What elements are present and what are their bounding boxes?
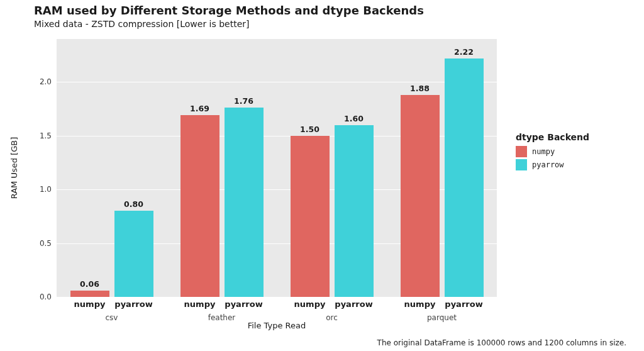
y-tick-label: 0.5: [1, 239, 52, 248]
x-tick-group: feather: [208, 313, 236, 322]
bar-feather-pyarrow: [225, 108, 264, 297]
grid-line: [57, 297, 497, 298]
x-tick-group: parquet: [427, 313, 457, 322]
x-tick-backend: numpy: [294, 299, 326, 309]
grid-line: [57, 82, 497, 82]
x-tick-backend: numpy: [74, 299, 106, 309]
legend-item-numpy: numpy: [516, 146, 629, 157]
bar-value-label: 2.22: [454, 47, 474, 57]
y-tick-label: 0.0: [1, 292, 52, 301]
plot-area: 0.06numpy0.80pyarrowcsv1.69numpy1.76pyar…: [57, 39, 497, 297]
bar-orc-pyarrow: [335, 125, 374, 297]
bar-orc-numpy: [291, 136, 330, 297]
chart-title: RAM used by Different Storage Methods an…: [34, 4, 424, 17]
legend-title: dtype Backend: [516, 132, 629, 142]
x-tick-backend: numpy: [184, 299, 216, 309]
bar-csv-numpy: [70, 291, 109, 297]
x-tick-backend: pyarrow: [225, 299, 262, 309]
bar-value-label: 1.69: [190, 104, 209, 113]
x-tick-group: orc: [326, 313, 338, 322]
x-tick-backend: pyarrow: [335, 299, 372, 309]
bar-parquet-pyarrow: [445, 58, 484, 297]
legend-swatch-pyarrow: [516, 159, 527, 170]
x-axis-label: File Type Read: [248, 321, 306, 330]
x-tick-backend: pyarrow: [445, 299, 482, 309]
bar-csv-pyarrow: [114, 211, 153, 297]
bar-value-label: 1.50: [300, 125, 319, 134]
x-tick-group: csv: [106, 313, 118, 322]
bar-feather-numpy: [180, 115, 219, 297]
legend-label-pyarrow: pyarrow: [532, 160, 564, 169]
legend-swatch-numpy: [516, 146, 527, 157]
chart-caption: The original DataFrame is 100000 rows an…: [377, 338, 626, 347]
legend-label-numpy: numpy: [532, 147, 555, 156]
y-axis-ticks: 0.00.51.01.52.0: [0, 39, 54, 297]
legend-item-pyarrow: pyarrow: [516, 159, 629, 170]
legend: dtype Backend numpy pyarrow: [516, 132, 629, 172]
chart-subtitle: Mixed data - ZSTD compression [Lower is …: [34, 19, 250, 29]
x-tick-backend: pyarrow: [114, 299, 152, 309]
x-tick-backend: numpy: [404, 299, 436, 309]
bar-value-label: 1.88: [410, 84, 430, 93]
y-axis-label: RAM Used [GB]: [9, 137, 19, 199]
bar-value-label: 0.80: [124, 199, 143, 209]
y-tick-label: 2.0: [1, 77, 52, 86]
bar-parquet-numpy: [401, 95, 440, 297]
figure: RAM used by Different Storage Methods an…: [0, 0, 644, 351]
bar-value-label: 1.76: [234, 96, 253, 106]
bar-value-label: 1.60: [344, 114, 364, 123]
bar-value-label: 0.06: [80, 279, 99, 289]
